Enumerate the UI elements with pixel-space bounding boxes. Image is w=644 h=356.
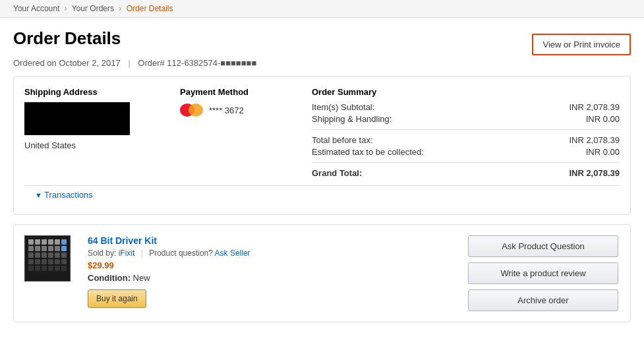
tax-value: INR 0.00: [586, 147, 620, 157]
condition-label: Condition:: [88, 273, 131, 283]
mastercard-icon: [180, 102, 204, 118]
subtotal-label: Item(s) Subtotal:: [312, 102, 374, 112]
payment-header: Payment Method: [180, 87, 301, 97]
subtotal-value: INR 2,078.39: [569, 102, 620, 112]
sold-by-label: Sold by:: [88, 249, 116, 258]
info-card-columns: Shipping Address United States Payment M…: [24, 87, 620, 180]
ordered-date: October 2, 2017: [59, 58, 120, 68]
chevron-down-icon: ▼: [35, 191, 42, 199]
buy-it-again-button[interactable]: Buy it again: [88, 289, 146, 308]
shipping-country: United States: [24, 140, 169, 150]
grand-total-value: INR 2,078.39: [569, 168, 620, 178]
breadcrumb-current: Order Details: [127, 4, 173, 13]
page-title: Order Details: [13, 28, 121, 49]
breadcrumb-account-link[interactable]: Your Account: [13, 4, 59, 13]
summary-row-shipping: Shipping & Handling: INR 0.00: [312, 114, 620, 124]
transactions-toggle[interactable]: ▼Transactions: [35, 190, 93, 200]
product-actions: Ask Product Question Write a product rev…: [468, 235, 620, 311]
breadcrumb-orders-link[interactable]: Your Orders: [72, 4, 114, 13]
summary-divider-2: [312, 162, 620, 163]
before-tax-value: INR 2,078.39: [569, 135, 620, 145]
product-image: [24, 235, 71, 282]
view-print-invoice-button[interactable]: View or Print invoice: [532, 34, 631, 55]
info-card: Shipping Address United States Payment M…: [13, 76, 631, 215]
tax-label: Estimated tax to be collected:: [312, 147, 424, 157]
summary-row-grand-total: Grand Total: INR 2,078.39: [312, 168, 620, 178]
grand-total-label: Grand Total:: [312, 168, 362, 178]
breadcrumb-sep-1: ›: [65, 4, 67, 13]
sold-by-link[interactable]: iFixit: [119, 249, 135, 258]
condition-value: New: [133, 273, 150, 283]
shipping-section: Shipping Address United States: [24, 87, 169, 180]
product-price: $29.99: [88, 260, 457, 270]
product-question-label: Product question?: [149, 249, 213, 258]
summary-row-before-tax: Total before tax: INR 2,078.39: [312, 135, 620, 145]
sold-by-separator: |: [141, 249, 143, 258]
ask-seller-link[interactable]: Ask Seller: [215, 249, 250, 258]
breadcrumb: Your Account › Your Orders › Order Detai…: [0, 0, 644, 18]
shipping-address-redacted: [24, 102, 130, 135]
summary-table: Item(s) Subtotal: INR 2,078.39 Shipping …: [312, 102, 620, 178]
order-number-label: Order#: [138, 58, 164, 68]
shipping-label: Shipping & Handling:: [312, 114, 392, 124]
sold-by-info: Sold by: iFixit | Product question? Ask …: [88, 249, 457, 258]
order-meta: Ordered on October 2, 2017 | Order# 112-…: [13, 58, 631, 68]
order-number: 112-6382574-■■■■■■■: [167, 58, 256, 68]
product-card: 64 Bit Driver Kit Sold by: iFixit | Prod…: [13, 224, 631, 322]
payment-info: **** 3672: [180, 102, 301, 118]
write-review-button[interactable]: Write a product review: [468, 262, 618, 284]
invoice-button-wrap: View or Print invoice: [532, 34, 631, 55]
payment-section: Payment Method **** 3672: [169, 87, 301, 180]
product-title-link[interactable]: 64 Bit Driver Kit: [88, 235, 457, 246]
breadcrumb-sep-2: ›: [119, 4, 121, 13]
order-summary-header: Order Summary: [312, 87, 620, 97]
ordered-on-label: Ordered on: [13, 58, 57, 68]
transactions-label: Transactions: [44, 190, 93, 200]
main-content: Order Details View or Print invoice Orde…: [0, 18, 644, 333]
order-summary-section: Order Summary Item(s) Subtotal: INR 2,07…: [301, 87, 620, 180]
shipping-value: INR 0.00: [586, 114, 620, 124]
product-info: 64 Bit Driver Kit Sold by: iFixit | Prod…: [88, 235, 457, 311]
summary-divider-1: [312, 129, 620, 130]
transactions-bar: ▼Transactions: [24, 185, 620, 204]
archive-order-button[interactable]: Archive order: [468, 289, 618, 311]
shipping-header: Shipping Address: [24, 87, 169, 97]
ask-product-question-button[interactable]: Ask Product Question: [468, 235, 618, 257]
meta-separator: |: [128, 58, 130, 68]
summary-row-tax: Estimated tax to be collected: INR 0.00: [312, 147, 620, 157]
product-image-wrap: [24, 235, 77, 311]
card-last4: **** 3672: [209, 105, 244, 115]
summary-row-subtotal: Item(s) Subtotal: INR 2,078.39: [312, 102, 620, 112]
product-condition: Condition: New: [88, 273, 457, 283]
before-tax-label: Total before tax:: [312, 135, 373, 145]
page-title-area: Order Details: [13, 28, 121, 51]
page-header: Order Details View or Print invoice: [13, 28, 631, 55]
